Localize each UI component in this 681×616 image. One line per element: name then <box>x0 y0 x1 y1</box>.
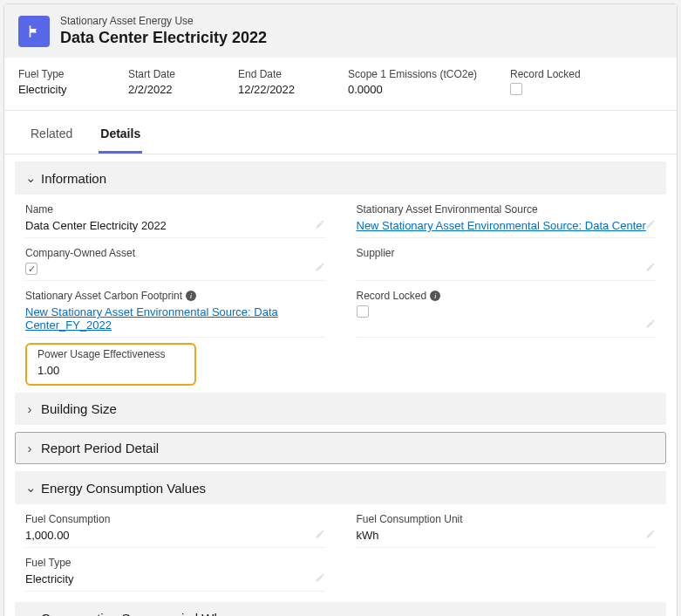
field-label: Record Locked i <box>357 290 657 302</box>
field-value-link[interactable]: New Stationary Asset Environmental Sourc… <box>357 219 657 232</box>
summary-label: Scope 1 Emissions (tCO2e) <box>348 68 479 80</box>
section-consumption-summary: › Consumption Summary in kWh <box>15 602 666 616</box>
pencil-icon[interactable] <box>645 529 656 542</box>
field-label: Supplier <box>357 247 657 259</box>
field-label-text: Record Locked <box>357 290 427 302</box>
summary-label: Start Date <box>128 68 207 80</box>
section-toggle-report-period[interactable]: › Report Period Detail <box>15 432 666 464</box>
pencil-icon[interactable] <box>645 318 656 332</box>
pencil-icon[interactable] <box>315 262 325 275</box>
field-name[interactable]: Name Data Center Electricity 2022 <box>25 203 325 238</box>
record-locked-checkbox <box>510 83 522 95</box>
section-title: Building Size <box>41 401 117 416</box>
field-label: Fuel Type <box>25 557 325 569</box>
header-text: Stationary Asset Energy Use Data Center … <box>60 15 267 47</box>
pue-highlight: Power Usage Effectiveness 1.00 <box>25 343 196 386</box>
section-toggle-building-size[interactable]: › Building Size <box>15 393 666 425</box>
section-body-energy-consumption: Fuel Consumption 1,000.00 Fuel Consumpti… <box>15 504 666 595</box>
field-label-text: Stationary Asset Carbon Footprint <box>25 290 182 302</box>
section-information: ⌄ Information Name Data Center Electrici… <box>15 161 666 386</box>
record-page: Stationary Asset Energy Use Data Center … <box>3 3 678 616</box>
chevron-right-icon: › <box>25 401 34 416</box>
section-title: Consumption Summary in kWh <box>41 611 221 616</box>
summary-start-date: Start Date 2/2/2022 <box>128 68 207 96</box>
info-icon[interactable]: i <box>186 291 196 301</box>
field-fuel-type[interactable]: Fuel Type Electricity <box>25 557 325 592</box>
pencil-icon[interactable] <box>645 262 656 275</box>
section-toggle-information[interactable]: ⌄ Information <box>15 161 666 195</box>
field-label: Power Usage Effectiveness <box>37 348 184 360</box>
section-title: Energy Consumption Values <box>41 481 206 496</box>
pencil-icon[interactable] <box>645 219 656 232</box>
summary-record-locked: Record Locked <box>510 68 589 96</box>
section-report-period: › Report Period Detail <box>15 432 666 464</box>
section-energy-consumption: ⌄ Energy Consumption Values Fuel Consump… <box>15 471 666 595</box>
tab-details[interactable]: Details <box>99 116 142 154</box>
field-label: Name <box>25 203 325 216</box>
tab-related[interactable]: Related <box>29 116 74 154</box>
object-label: Stationary Asset Energy Use <box>60 15 267 27</box>
section-toggle-consumption-summary[interactable]: › Consumption Summary in kWh <box>15 602 666 616</box>
field-env-source[interactable]: Stationary Asset Environmental Source Ne… <box>357 203 657 238</box>
summary-value: 2/2/2022 <box>128 83 207 96</box>
info-icon[interactable]: i <box>430 291 440 301</box>
summary-scope1: Scope 1 Emissions (tCO2e) 0.0000 <box>348 68 479 96</box>
field-label: Stationary Asset Carbon Footprint i <box>25 290 325 302</box>
summary-label: End Date <box>238 68 317 80</box>
chevron-down-icon: ⌄ <box>25 170 34 186</box>
record-header: Stationary Asset Energy Use Data Center … <box>4 4 677 58</box>
pencil-icon[interactable] <box>315 219 325 232</box>
chevron-down-icon: ⌄ <box>25 480 34 496</box>
pencil-icon[interactable] <box>315 529 325 542</box>
summary-label: Record Locked <box>510 68 589 80</box>
chevron-right-icon: › <box>25 611 34 616</box>
chevron-right-icon: › <box>25 441 34 455</box>
field-fuel-consumption-unit[interactable]: Fuel Consumption Unit kWh <box>357 513 657 548</box>
section-body-information: Name Data Center Electricity 2022 Statio… <box>15 195 666 341</box>
pencil-icon[interactable] <box>315 572 325 585</box>
field-fuel-consumption[interactable]: Fuel Consumption 1,000.00 <box>25 513 325 548</box>
summary-fuel-type: Fuel Type Electricity <box>18 68 97 96</box>
field-carbon-footprint[interactable]: Stationary Asset Carbon Footprint i New … <box>25 290 325 338</box>
field-value: kWh <box>357 529 657 542</box>
field-value: Electricity <box>25 572 325 585</box>
section-title: Report Period Detail <box>41 441 159 455</box>
section-toggle-energy-consumption[interactable]: ⌄ Energy Consumption Values <box>15 471 666 504</box>
field-value: 1.00 <box>37 364 184 377</box>
field-record-locked[interactable]: Record Locked i <box>357 290 657 338</box>
field-label: Stationary Asset Environmental Source <box>357 203 657 216</box>
summary-label: Fuel Type <box>18 68 97 80</box>
company-owned-checkbox <box>25 263 37 275</box>
field-pue[interactable]: Power Usage Effectiveness 1.00 <box>37 348 184 377</box>
summary-value: 12/22/2022 <box>238 83 317 96</box>
tab-bar: Related Details <box>4 116 677 154</box>
summary-value: Electricity <box>18 83 97 96</box>
field-supplier[interactable]: Supplier <box>357 247 657 281</box>
section-title: Information <box>41 171 106 186</box>
field-value-link[interactable]: New Stationary Asset Environmental Sourc… <box>25 305 325 332</box>
field-label: Fuel Consumption Unit <box>357 513 657 525</box>
field-value: 1,000.00 <box>25 529 325 542</box>
field-label: Fuel Consumption <box>25 513 325 525</box>
highlights-panel: Fuel Type Electricity Start Date 2/2/202… <box>4 58 677 111</box>
summary-value: 0.0000 <box>348 83 479 96</box>
summary-end-date: End Date 12/22/2022 <box>238 68 317 96</box>
page-title: Data Center Electricity 2022 <box>60 29 267 47</box>
field-company-owned[interactable]: Company-Owned Asset <box>25 247 325 281</box>
flag-icon <box>18 16 50 47</box>
section-building-size: › Building Size <box>15 393 666 425</box>
field-value: Data Center Electricity 2022 <box>25 219 325 232</box>
record-locked-checkbox <box>357 305 369 318</box>
field-label: Company-Owned Asset <box>25 247 325 259</box>
